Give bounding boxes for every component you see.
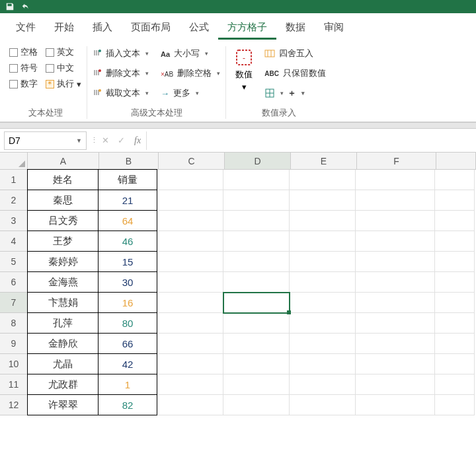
col-header-F[interactable]: F bbox=[357, 153, 436, 169]
cell-B3[interactable]: 64 bbox=[98, 210, 157, 231]
cell-B9[interactable]: 66 bbox=[98, 333, 157, 354]
tab-页面布局[interactable]: 页面布局 bbox=[122, 17, 180, 40]
cell-C9[interactable] bbox=[157, 334, 223, 354]
cell-B5[interactable]: 15 bbox=[98, 251, 157, 272]
cell-F7[interactable] bbox=[356, 293, 435, 313]
cell-F1[interactable] bbox=[356, 170, 435, 190]
checkbox-空格[interactable]: 空格 bbox=[9, 46, 38, 58]
save-icon[interactable] bbox=[5, 2, 15, 11]
cell-D1[interactable] bbox=[223, 170, 290, 190]
btn-截取文本[interactable]: 截取文本▾ bbox=[93, 86, 149, 100]
row-header-4[interactable]: 4 bbox=[0, 231, 28, 252]
add-button[interactable]: ＋▾ bbox=[288, 86, 305, 100]
checkbox-英文[interactable]: 英文 bbox=[46, 46, 74, 58]
cell-B6[interactable]: 30 bbox=[98, 271, 157, 293]
cell-B8[interactable]: 80 bbox=[98, 312, 157, 334]
cell-A8[interactable]: 孔萍 bbox=[27, 312, 99, 334]
cell-D9[interactable] bbox=[223, 334, 290, 354]
cell-B7[interactable]: 16 bbox=[98, 292, 157, 313]
cell-E5[interactable] bbox=[290, 252, 356, 272]
cell-F2[interactable] bbox=[356, 190, 435, 211]
cell-E11[interactable] bbox=[290, 374, 356, 395]
cell-A5[interactable]: 秦婷婷 bbox=[27, 251, 99, 272]
cell-C1[interactable] bbox=[157, 170, 223, 190]
checkbox-数字[interactable]: 数字 bbox=[9, 78, 38, 90]
btn-删除空格[interactable]: ×AB删除空格▾ bbox=[161, 66, 220, 81]
undo-icon[interactable] bbox=[21, 2, 30, 11]
checkbox-执行[interactable]: 执行▾ bbox=[46, 78, 81, 90]
cell-D2[interactable] bbox=[223, 190, 290, 211]
cell-A3[interactable]: 吕文秀 bbox=[27, 210, 99, 231]
tab-文件[interactable]: 文件 bbox=[7, 17, 45, 40]
name-box[interactable]: D7 ▼ bbox=[4, 131, 87, 150]
row-header-3[interactable]: 3 bbox=[0, 211, 28, 231]
cell-C5[interactable] bbox=[157, 252, 223, 272]
cell-F3[interactable] bbox=[356, 211, 435, 231]
cell-F10[interactable] bbox=[356, 354, 435, 374]
cell-F6[interactable] bbox=[356, 272, 435, 293]
spreadsheet-grid[interactable]: ABCDEF 1姓名销量2秦思213吕文秀644王梦465秦婷婷156金海燕30… bbox=[0, 153, 476, 415]
cell-D3[interactable] bbox=[223, 211, 290, 231]
cell-B1[interactable]: 销量 bbox=[98, 169, 157, 190]
cell-D5[interactable] bbox=[223, 252, 290, 272]
cell-A2[interactable]: 秦思 bbox=[27, 190, 99, 211]
btn-大小写[interactable]: Aa大小写▾ bbox=[161, 46, 220, 61]
cell-C2[interactable] bbox=[157, 190, 223, 211]
cell-F11[interactable] bbox=[356, 374, 435, 395]
cell-E9[interactable] bbox=[290, 334, 356, 354]
tab-数据[interactable]: 数据 bbox=[276, 17, 315, 40]
cell-F12[interactable] bbox=[356, 395, 435, 415]
fx-label[interactable]: fx bbox=[129, 135, 146, 146]
cell-E3[interactable] bbox=[290, 211, 356, 231]
tab-方方格子[interactable]: 方方格子 bbox=[218, 17, 276, 40]
cell-E2[interactable] bbox=[290, 190, 356, 211]
cell-A11[interactable]: 尤政群 bbox=[27, 374, 99, 395]
checkbox-中文[interactable]: 中文 bbox=[46, 62, 74, 74]
cell-F8[interactable] bbox=[356, 313, 435, 334]
cell-B11[interactable]: 1 bbox=[98, 374, 157, 395]
cell-B2[interactable]: 21 bbox=[98, 190, 157, 211]
tab-审阅[interactable]: 审阅 bbox=[315, 17, 353, 40]
cell-A12[interactable]: 许翠翠 bbox=[27, 394, 99, 415]
cell-D7[interactable] bbox=[223, 293, 290, 313]
cell-A7[interactable]: 卞慧娟 bbox=[27, 292, 99, 313]
row-header-11[interactable]: 11 bbox=[0, 374, 28, 395]
cell-B4[interactable]: 46 bbox=[98, 230, 157, 252]
cell-D11[interactable] bbox=[223, 374, 290, 395]
cell-C4[interactable] bbox=[157, 231, 223, 252]
col-header-D[interactable]: D bbox=[225, 153, 291, 169]
col-header-C[interactable]: C bbox=[159, 153, 225, 169]
cell-C12[interactable] bbox=[157, 395, 223, 415]
keep-numeric-button[interactable]: ABC 只保留数值 bbox=[264, 66, 326, 81]
cell-E4[interactable] bbox=[290, 231, 356, 252]
row-header-5[interactable]: 5 bbox=[0, 252, 28, 272]
cell-E10[interactable] bbox=[290, 354, 356, 374]
cell-A4[interactable]: 王梦 bbox=[27, 230, 99, 252]
btn-更多[interactable]: →更多▾ bbox=[161, 86, 220, 100]
cell-C6[interactable] bbox=[157, 272, 223, 293]
formula-input[interactable] bbox=[146, 131, 476, 150]
cell-E7[interactable] bbox=[290, 293, 356, 313]
cell-B10[interactable]: 42 bbox=[98, 353, 157, 374]
row-header-10[interactable]: 10 bbox=[0, 354, 28, 374]
tab-公式[interactable]: 公式 bbox=[180, 17, 218, 40]
cell-E6[interactable] bbox=[290, 272, 356, 293]
chevron-down-icon[interactable]: ▼ bbox=[76, 137, 82, 144]
btn-删除文本[interactable]: 删除文本▾ bbox=[93, 66, 149, 81]
row-header-6[interactable]: 6 bbox=[0, 272, 28, 293]
cell-A10[interactable]: 尤晶 bbox=[27, 353, 99, 374]
btn-插入文本[interactable]: 插入文本▾ bbox=[93, 46, 149, 61]
cell-F5[interactable] bbox=[356, 252, 435, 272]
cell-D10[interactable] bbox=[223, 354, 290, 374]
cell-B12[interactable]: 82 bbox=[98, 394, 157, 415]
cell-C3[interactable] bbox=[157, 211, 223, 231]
cell-A9[interactable]: 金静欣 bbox=[27, 333, 99, 354]
cell-C8[interactable] bbox=[157, 313, 223, 334]
cell-D6[interactable] bbox=[223, 272, 290, 293]
col-header-A[interactable]: A bbox=[28, 153, 99, 169]
numeric-button[interactable]: - 数值 ▾ bbox=[231, 46, 257, 93]
row-header-1[interactable]: 1 bbox=[0, 170, 28, 190]
cell-A6[interactable]: 金海燕 bbox=[27, 271, 99, 293]
cell-D12[interactable] bbox=[223, 395, 290, 415]
col-header-B[interactable]: B bbox=[99, 153, 159, 169]
